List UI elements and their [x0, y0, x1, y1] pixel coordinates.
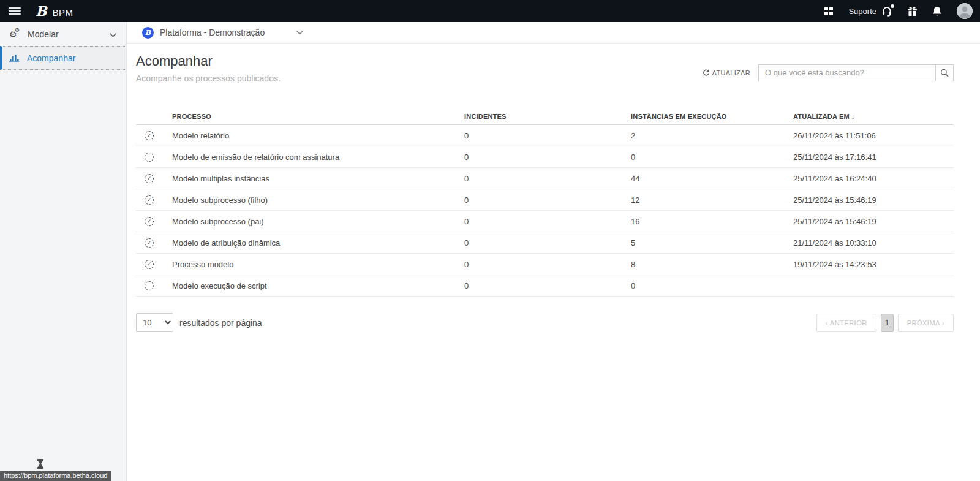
process-incidents: 0	[464, 195, 631, 205]
pagination-bar: 10 resultados por página ‹ ANTERIOR 1 PR…	[136, 313, 954, 332]
link-status-bar: https://bpm.plataforma.betha.cloud	[0, 471, 111, 481]
app-name: BPM	[53, 7, 74, 18]
process-status-icon	[136, 281, 172, 290]
process-name[interactable]: Modelo de emissão de relatório com assin…	[172, 153, 464, 162]
table-row[interactable]: ✓Modelo multiplas instâncias04425/11/202…	[136, 168, 954, 189]
refresh-label: ATUALIZAR	[712, 69, 750, 77]
next-page-button[interactable]: PRÓXIMA ›	[898, 314, 954, 332]
search-group	[758, 64, 954, 81]
process-updated: 25/11/2024 às 16:24:40	[793, 174, 954, 183]
process-instances: 12	[631, 195, 793, 205]
process-incidents: 0	[464, 131, 631, 140]
process-updated: 26/11/2024 às 11:51:06	[793, 131, 954, 140]
process-name[interactable]: Modelo multiplas instâncias	[172, 174, 464, 183]
page-subtitle: Acompanhe os processos publicados.	[136, 74, 281, 83]
process-instances: 8	[631, 260, 793, 269]
process-table-body: ✓Modelo relatório0226/11/2024 às 11:51:0…	[136, 125, 954, 297]
process-status-icon: ✓	[136, 260, 172, 269]
process-status-icon: ✓	[136, 131, 172, 140]
process-status-icon	[136, 153, 172, 162]
table-row[interactable]: Modelo execução de script00	[136, 275, 954, 297]
page-size-select[interactable]: 10	[136, 313, 173, 332]
context-selector-bar[interactable]: B Plataforma - Demonstração	[127, 22, 980, 44]
table-row[interactable]: ✓Modelo subprocesso (pai)01625/11/2024 à…	[136, 211, 954, 232]
sort-desc-icon[interactable]: ↓	[851, 113, 855, 120]
headset-icon	[881, 6, 892, 17]
process-incidents: 0	[464, 281, 631, 290]
search-icon	[940, 69, 949, 77]
process-instances: 0	[631, 281, 793, 290]
notification-dot	[891, 4, 894, 8]
chevron-down-icon[interactable]	[296, 31, 303, 35]
support-label: Suporte	[848, 7, 876, 16]
apps-grid-icon[interactable]	[824, 6, 834, 16]
process-incidents: 0	[464, 174, 631, 183]
entity-badge: B	[142, 27, 154, 39]
process-updated: 21/11/2024 às 10:33:10	[793, 238, 954, 248]
process-status-icon: ✓	[136, 238, 172, 248]
chevron-down-icon	[110, 29, 116, 39]
process-table: PROCESSO INCIDENTES INSTÂNCIAS EM EXECUÇ…	[136, 108, 954, 297]
app-brand: B BPM	[36, 4, 74, 18]
table-header-row: PROCESSO INCIDENTES INSTÂNCIAS EM EXECUÇ…	[136, 108, 954, 125]
process-status-icon: ✓	[136, 195, 172, 205]
process-status-icon: ✓	[136, 174, 172, 183]
column-incidentes: INCIDENTES	[464, 113, 631, 120]
sidebar: ⚙⚙ Modelar Acompanhar	[0, 22, 127, 481]
bell-icon[interactable]	[932, 6, 942, 17]
page-title: Acompanhar	[136, 53, 281, 69]
process-instances: 5	[631, 238, 793, 248]
process-name[interactable]: Processo modelo	[172, 260, 464, 269]
column-processo: PROCESSO	[172, 113, 464, 120]
table-row[interactable]: ✓Processo modelo0819/11/2024 às 14:23:53	[136, 254, 954, 275]
process-name[interactable]: Modelo subprocesso (pai)	[172, 217, 464, 226]
sidebar-item-modelar[interactable]: ⚙⚙ Modelar	[0, 22, 126, 46]
process-incidents: 0	[464, 153, 631, 162]
topbar: B BPM Suporte	[0, 0, 980, 22]
per-page-label: resultados por página	[179, 318, 262, 328]
process-name[interactable]: Modelo subprocesso (filho)	[172, 195, 464, 205]
refresh-button[interactable]: ATUALIZAR	[703, 69, 750, 77]
process-incidents: 0	[464, 238, 631, 248]
gift-icon[interactable]	[907, 6, 918, 17]
process-updated: 25/11/2024 às 17:16:41	[793, 153, 954, 162]
betha-logo: B	[36, 4, 47, 18]
hamburger-menu-icon[interactable]	[9, 7, 21, 15]
search-input[interactable]	[758, 64, 936, 81]
page-header: Acompanhar Acompanhe os processos public…	[127, 44, 980, 83]
process-incidents: 0	[464, 260, 631, 269]
current-page-indicator[interactable]: 1	[881, 314, 894, 332]
process-instances: 44	[631, 174, 793, 183]
process-instances: 0	[631, 153, 793, 162]
table-row[interactable]: ✓Modelo subprocesso (filho)01225/11/2024…	[136, 189, 954, 211]
previous-page-button[interactable]: ‹ ANTERIOR	[816, 314, 876, 332]
process-name[interactable]: Modelo execução de script	[172, 281, 464, 290]
process-updated: 25/11/2024 às 15:46:19	[793, 217, 954, 226]
entity-name: Plataforma - Demonstração	[160, 28, 265, 37]
sidebar-item-label: Acompanhar	[27, 53, 75, 63]
busy-cursor-icon	[37, 459, 44, 471]
main-content: B Plataforma - Demonstração Acompanhar A…	[127, 22, 980, 481]
sidebar-item-acompanhar[interactable]: Acompanhar	[0, 46, 126, 70]
bar-chart-icon	[9, 54, 20, 62]
gears-icon: ⚙⚙	[9, 30, 20, 39]
search-button[interactable]	[936, 64, 954, 81]
process-status-icon: ✓	[136, 217, 172, 226]
user-avatar[interactable]	[957, 3, 973, 19]
table-row[interactable]: ✓Modelo relatório0226/11/2024 às 11:51:0…	[136, 125, 954, 146]
column-atualizada-em[interactable]: ATUALIZADA EM↓	[793, 113, 954, 120]
column-instancias: INSTÂNCIAS EM EXECUÇÃO	[631, 113, 793, 120]
support-button[interactable]: Suporte	[848, 6, 892, 17]
table-row[interactable]: Modelo de emissão de relatório com assin…	[136, 146, 954, 168]
process-instances: 16	[631, 217, 793, 226]
process-updated: 19/11/2024 às 14:23:53	[793, 260, 954, 269]
sidebar-item-label: Modelar	[28, 29, 59, 39]
refresh-icon	[703, 69, 710, 77]
process-name[interactable]: Modelo de atribuição dinâmica	[172, 238, 464, 248]
table-row[interactable]: ✓Modelo de atribuição dinâmica0521/11/20…	[136, 232, 954, 254]
process-updated: 25/11/2024 às 15:46:19	[793, 195, 954, 205]
process-incidents: 0	[464, 217, 631, 226]
process-instances: 2	[631, 131, 793, 140]
process-name[interactable]: Modelo relatório	[172, 131, 464, 140]
